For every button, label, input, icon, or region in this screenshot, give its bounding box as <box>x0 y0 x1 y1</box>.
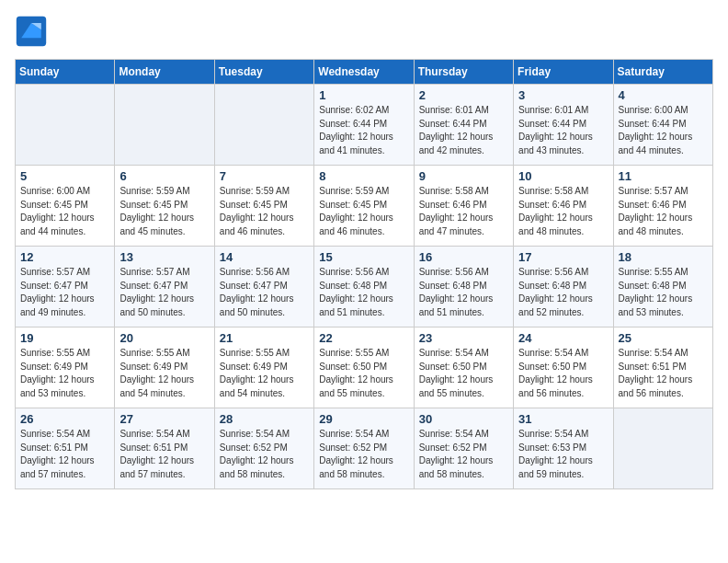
day-number: 26 <box>20 412 109 426</box>
calendar-cell: 2Sunrise: 6:01 AM Sunset: 6:44 PM Daylig… <box>414 85 513 166</box>
weekday-header-tuesday: Tuesday <box>214 60 313 85</box>
weekday-header-thursday: Thursday <box>414 60 513 85</box>
calendar-cell: 7Sunrise: 5:59 AM Sunset: 6:45 PM Daylig… <box>214 166 313 247</box>
day-info: Sunrise: 6:00 AM Sunset: 6:44 PM Dayligh… <box>619 104 708 157</box>
day-number: 8 <box>319 169 408 183</box>
day-info: Sunrise: 5:56 AM Sunset: 6:48 PM Dayligh… <box>319 266 408 319</box>
day-number: 31 <box>518 412 608 426</box>
day-number: 23 <box>419 331 508 345</box>
day-info: Sunrise: 5:54 AM Sunset: 6:52 PM Dayligh… <box>220 428 309 481</box>
calendar-cell: 6Sunrise: 5:59 AM Sunset: 6:45 PM Daylig… <box>115 166 214 247</box>
day-info: Sunrise: 5:57 AM Sunset: 6:47 PM Dayligh… <box>20 266 109 319</box>
day-number: 19 <box>20 331 109 345</box>
logo <box>15 15 51 48</box>
day-info: Sunrise: 5:59 AM Sunset: 6:45 PM Dayligh… <box>119 185 209 238</box>
calendar-cell: 14Sunrise: 5:56 AM Sunset: 6:47 PM Dayli… <box>214 247 313 327</box>
day-info: Sunrise: 5:54 AM Sunset: 6:53 PM Dayligh… <box>518 428 608 481</box>
day-info: Sunrise: 5:55 AM Sunset: 6:49 PM Dayligh… <box>20 347 109 400</box>
calendar-cell <box>16 85 115 166</box>
calendar-cell: 25Sunrise: 5:54 AM Sunset: 6:51 PM Dayli… <box>613 327 712 408</box>
weekday-header-wednesday: Wednesday <box>314 60 414 85</box>
weekday-header-monday: Monday <box>115 60 214 85</box>
calendar-cell: 20Sunrise: 5:55 AM Sunset: 6:49 PM Dayli… <box>115 327 214 408</box>
day-number: 21 <box>220 331 309 345</box>
day-info: Sunrise: 5:54 AM Sunset: 6:52 PM Dayligh… <box>319 428 408 481</box>
calendar-week-row: 5Sunrise: 6:00 AM Sunset: 6:45 PM Daylig… <box>16 166 713 247</box>
day-info: Sunrise: 5:56 AM Sunset: 6:48 PM Dayligh… <box>419 266 508 319</box>
day-number: 1 <box>319 88 408 102</box>
calendar-cell: 29Sunrise: 5:54 AM Sunset: 6:52 PM Dayli… <box>314 408 414 489</box>
calendar-cell: 13Sunrise: 5:57 AM Sunset: 6:47 PM Dayli… <box>115 247 214 327</box>
day-number: 17 <box>518 250 608 264</box>
calendar-week-row: 26Sunrise: 5:54 AM Sunset: 6:51 PM Dayli… <box>16 408 713 489</box>
logo-icon <box>15 15 48 48</box>
weekday-header-sunday: Sunday <box>16 60 115 85</box>
calendar-cell: 15Sunrise: 5:56 AM Sunset: 6:48 PM Dayli… <box>314 247 414 327</box>
calendar-cell: 9Sunrise: 5:58 AM Sunset: 6:46 PM Daylig… <box>414 166 513 247</box>
day-info: Sunrise: 5:55 AM Sunset: 6:49 PM Dayligh… <box>119 347 209 400</box>
calendar-week-row: 1Sunrise: 6:02 AM Sunset: 6:44 PM Daylig… <box>16 85 713 166</box>
day-info: Sunrise: 5:56 AM Sunset: 6:47 PM Dayligh… <box>220 266 309 319</box>
day-number: 27 <box>119 412 209 426</box>
day-number: 5 <box>20 169 109 183</box>
day-number: 10 <box>518 169 608 183</box>
calendar-cell: 8Sunrise: 5:59 AM Sunset: 6:45 PM Daylig… <box>314 166 414 247</box>
weekday-header-saturday: Saturday <box>613 60 712 85</box>
day-number: 15 <box>319 250 408 264</box>
day-info: Sunrise: 5:54 AM Sunset: 6:50 PM Dayligh… <box>419 347 508 400</box>
day-info: Sunrise: 5:54 AM Sunset: 6:50 PM Dayligh… <box>518 347 608 400</box>
calendar-cell: 11Sunrise: 5:57 AM Sunset: 6:46 PM Dayli… <box>613 166 712 247</box>
calendar-cell: 5Sunrise: 6:00 AM Sunset: 6:45 PM Daylig… <box>16 166 115 247</box>
day-info: Sunrise: 5:57 AM Sunset: 6:47 PM Dayligh… <box>119 266 209 319</box>
calendar-cell: 4Sunrise: 6:00 AM Sunset: 6:44 PM Daylig… <box>613 85 712 166</box>
day-number: 7 <box>220 169 309 183</box>
day-info: Sunrise: 5:59 AM Sunset: 6:45 PM Dayligh… <box>319 185 408 238</box>
day-number: 11 <box>619 169 708 183</box>
calendar-cell: 28Sunrise: 5:54 AM Sunset: 6:52 PM Dayli… <box>214 408 313 489</box>
day-number: 14 <box>220 250 309 264</box>
day-info: Sunrise: 5:54 AM Sunset: 6:51 PM Dayligh… <box>619 347 708 400</box>
day-number: 18 <box>619 250 708 264</box>
day-info: Sunrise: 5:55 AM Sunset: 6:48 PM Dayligh… <box>619 266 708 319</box>
day-number: 28 <box>220 412 309 426</box>
calendar-cell: 30Sunrise: 5:54 AM Sunset: 6:52 PM Dayli… <box>414 408 513 489</box>
calendar-cell: 16Sunrise: 5:56 AM Sunset: 6:48 PM Dayli… <box>414 247 513 327</box>
weekday-header-friday: Friday <box>514 60 613 85</box>
calendar-cell <box>115 85 214 166</box>
day-info: Sunrise: 5:58 AM Sunset: 6:46 PM Dayligh… <box>518 185 608 238</box>
calendar-cell: 31Sunrise: 5:54 AM Sunset: 6:53 PM Dayli… <box>514 408 613 489</box>
day-info: Sunrise: 5:59 AM Sunset: 6:45 PM Dayligh… <box>220 185 309 238</box>
day-info: Sunrise: 5:56 AM Sunset: 6:48 PM Dayligh… <box>518 266 608 319</box>
day-number: 29 <box>319 412 408 426</box>
day-info: Sunrise: 5:58 AM Sunset: 6:46 PM Dayligh… <box>419 185 508 238</box>
day-number: 24 <box>518 331 608 345</box>
calendar-cell: 3Sunrise: 6:01 AM Sunset: 6:44 PM Daylig… <box>514 85 613 166</box>
day-info: Sunrise: 6:01 AM Sunset: 6:44 PM Dayligh… <box>518 104 608 157</box>
calendar-cell: 24Sunrise: 5:54 AM Sunset: 6:50 PM Dayli… <box>514 327 613 408</box>
day-number: 6 <box>119 169 209 183</box>
calendar-cell: 17Sunrise: 5:56 AM Sunset: 6:48 PM Dayli… <box>514 247 613 327</box>
day-number: 3 <box>518 88 608 102</box>
calendar-cell: 12Sunrise: 5:57 AM Sunset: 6:47 PM Dayli… <box>16 247 115 327</box>
page-header <box>15 15 713 48</box>
day-info: Sunrise: 5:57 AM Sunset: 6:46 PM Dayligh… <box>619 185 708 238</box>
day-number: 13 <box>119 250 209 264</box>
day-number: 2 <box>419 88 508 102</box>
day-info: Sunrise: 5:55 AM Sunset: 6:49 PM Dayligh… <box>220 347 309 400</box>
calendar-table: SundayMondayTuesdayWednesdayThursdayFrid… <box>15 59 713 489</box>
day-number: 12 <box>20 250 109 264</box>
day-info: Sunrise: 6:01 AM Sunset: 6:44 PM Dayligh… <box>419 104 508 157</box>
calendar-cell <box>214 85 313 166</box>
calendar-cell: 27Sunrise: 5:54 AM Sunset: 6:51 PM Dayli… <box>115 408 214 489</box>
day-number: 16 <box>419 250 508 264</box>
day-info: Sunrise: 6:00 AM Sunset: 6:45 PM Dayligh… <box>20 185 109 238</box>
day-info: Sunrise: 5:55 AM Sunset: 6:50 PM Dayligh… <box>319 347 408 400</box>
day-info: Sunrise: 6:02 AM Sunset: 6:44 PM Dayligh… <box>319 104 408 157</box>
calendar-cell: 1Sunrise: 6:02 AM Sunset: 6:44 PM Daylig… <box>314 85 414 166</box>
day-number: 22 <box>319 331 408 345</box>
calendar-week-row: 12Sunrise: 5:57 AM Sunset: 6:47 PM Dayli… <box>16 247 713 327</box>
day-number: 30 <box>419 412 508 426</box>
calendar-cell: 10Sunrise: 5:58 AM Sunset: 6:46 PM Dayli… <box>514 166 613 247</box>
day-info: Sunrise: 5:54 AM Sunset: 6:51 PM Dayligh… <box>20 428 109 481</box>
calendar-cell: 26Sunrise: 5:54 AM Sunset: 6:51 PM Dayli… <box>16 408 115 489</box>
